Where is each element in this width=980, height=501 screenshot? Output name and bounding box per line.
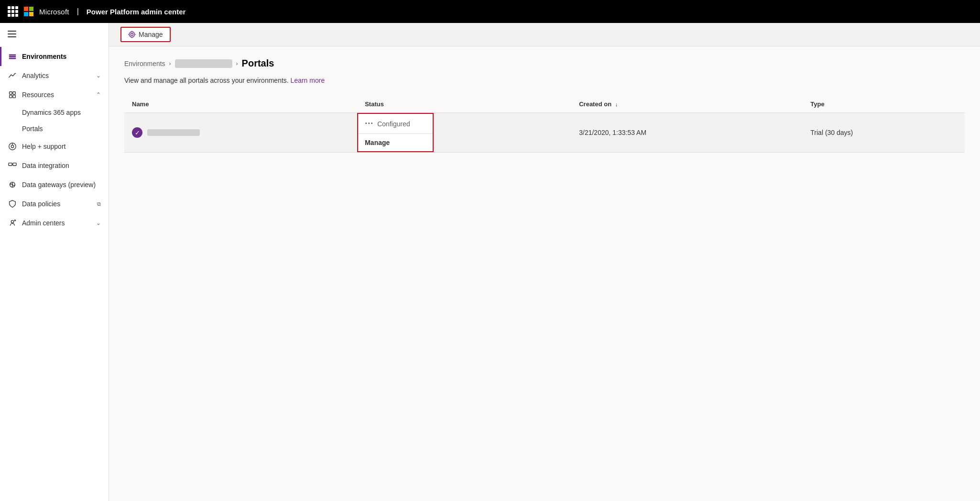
sidebar-item-data-integration[interactable]: Data integration [0,156,109,175]
breadcrumb-blurred [175,59,232,68]
svg-rect-4 [13,92,15,94]
shield-icon [8,199,17,209]
waffle-icon[interactable] [8,6,18,17]
sidebar-item-environments[interactable]: Environments [0,47,109,66]
svg-point-8 [11,145,13,147]
sidebar: Environments Analytics ⌄ [0,23,109,501]
svg-rect-11 [13,163,16,166]
table-row[interactable]: ✓ ··· Configured [124,113,965,153]
cell-status: ··· Configured Manage [357,113,571,153]
page-description: View and manage all portals across your … [124,77,965,84]
description-text: View and manage all portals across your … [124,77,289,84]
dropdown-manage-item[interactable]: Manage [358,134,433,151]
portals-table: Name Status Created on ↓ Type [124,96,965,153]
sidebar-item-dynamics365[interactable]: Dynamics 365 apps [0,104,109,121]
help-icon [8,142,17,151]
microsoft-logo [24,7,33,16]
chevron-up-icon: ⌃ [96,91,101,98]
data-gateways-icon [8,180,17,189]
breadcrumb-current: Portals [242,58,274,69]
col-header-status: Status [357,96,571,113]
breadcrumb-separator-1: › [169,60,171,67]
col-header-name: Name [124,96,357,113]
sidebar-item-portals[interactable]: Portals [0,121,109,137]
sort-desc-icon: ↓ [615,101,618,107]
gear-icon [128,31,136,38]
sidebar-label-admin-centers: Admin centers [22,219,91,227]
sidebar-item-help-support[interactable]: Help + support [0,137,109,156]
svg-rect-10 [9,163,12,166]
sidebar-label-environments: Environments [22,53,101,60]
status-configured-text: Configured [377,120,410,128]
toolbar: Manage [109,23,980,46]
cell-name: ✓ [124,113,357,153]
app-title: Power Platform admin center [87,8,186,16]
sidebar-item-data-policies[interactable]: Data policies ⧉ [0,194,109,213]
svg-point-15 [11,221,13,223]
layers-icon [8,52,17,61]
type-value: Trial (30 days) [810,129,853,136]
sidebar-item-data-gateways[interactable]: Data gateways (preview) [0,175,109,194]
status-dropdown-wrapper: ··· Configured Manage [357,113,434,152]
breadcrumb-environments[interactable]: Environments [124,60,165,67]
svg-rect-1 [9,56,16,57]
main-content: Environments › › Portals View and manage… [109,46,980,501]
top-nav: Microsoft | Power Platform admin center [0,0,980,23]
manage-label: Manage [139,31,163,38]
sidebar-label-portals: Portals [22,125,43,133]
row-name-blurred [147,129,200,136]
sidebar-label-data-integration: Data integration [22,162,101,169]
ellipsis-button[interactable]: ··· [365,119,373,129]
breadcrumb-separator-2: › [236,60,238,67]
svg-rect-3 [10,92,12,94]
learn-more-link[interactable]: Learn more [291,77,325,84]
cell-type: Trial (30 days) [803,113,965,153]
manage-button[interactable]: Manage [120,27,171,42]
svg-point-17 [131,33,133,36]
status-dropdown-box: ··· Configured Manage [357,113,434,152]
admin-icon [8,218,17,228]
chevron-down-icon-admin: ⌄ [96,220,101,226]
cell-created-on: 3/21/2020, 1:33:53 AM [571,113,803,153]
sidebar-label-analytics: Analytics [22,72,91,79]
analytics-icon [8,71,17,80]
status-dropdown-header: ··· Configured [358,114,433,134]
col-header-created-on[interactable]: Created on ↓ [571,96,803,113]
svg-rect-2 [9,58,16,59]
svg-rect-0 [9,55,16,56]
row-selected-icon: ✓ [132,127,142,138]
sidebar-item-analytics[interactable]: Analytics ⌄ [0,66,109,85]
sidebar-label-help-support: Help + support [22,143,101,150]
created-on-value: 3/21/2020, 1:33:53 AM [579,129,646,136]
sidebar-label-dynamics365: Dynamics 365 apps [22,109,81,116]
external-link-icon: ⧉ [97,201,101,207]
hamburger-button[interactable] [0,27,109,43]
resources-icon [8,90,17,100]
sidebar-item-admin-centers[interactable]: Admin centers ⌄ [0,213,109,233]
sidebar-label-data-policies: Data policies [22,200,92,208]
svg-rect-5 [10,95,12,98]
col-header-type: Type [803,96,965,113]
svg-point-16 [14,220,16,222]
sidebar-item-resources[interactable]: Resources ⌃ [0,85,109,104]
chevron-down-icon: ⌄ [96,72,101,79]
svg-rect-6 [13,95,15,98]
data-integration-icon [8,161,17,170]
breadcrumb: Environments › › Portals [124,58,965,69]
sidebar-label-resources: Resources [22,91,91,99]
brand-name: Microsoft [39,8,69,16]
sidebar-label-data-gateways: Data gateways (preview) [22,181,101,189]
